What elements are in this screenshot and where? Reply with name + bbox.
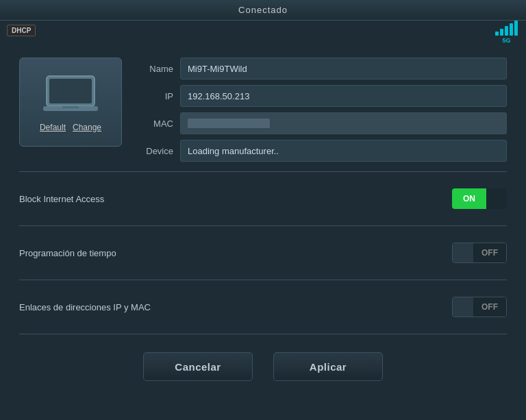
device-icon-box: Default Change — [19, 58, 122, 147]
device-actions: Default Change — [40, 123, 101, 132]
mac-row: MAC — [136, 112, 507, 134]
device-row: Device Loading manufacturer.. — [136, 140, 507, 162]
ip-row: IP 192.168.50.213 — [136, 85, 507, 107]
default-link[interactable]: Default — [40, 123, 66, 132]
toggle-row-1: Programación de tiempo OFF — [12, 236, 514, 270]
fields-grid: Name Mi9T-Mi9TWild IP 192.168.50.213 MAC… — [136, 58, 507, 162]
signal-icon-container: 5G — [495, 21, 518, 44]
toggle-label-2: Enlaces de direcciones IP y MAC — [19, 302, 151, 312]
signal-bar-5 — [514, 21, 518, 36]
mac-label: MAC — [136, 119, 173, 129]
signal-label: 5G — [502, 37, 510, 44]
device-label: Device — [136, 146, 173, 156]
change-link[interactable]: Change — [73, 123, 101, 132]
signal-bar-2 — [500, 29, 503, 36]
top-bar: Conectado — [0, 0, 526, 21]
svg-rect-1 — [49, 79, 92, 103]
toggle-off-label-1: OFF — [473, 243, 506, 262]
divider-2 — [19, 225, 507, 226]
toggle-off-label-2: OFF — [473, 297, 506, 317]
toggle-off-btn-0 — [486, 188, 507, 209]
divider-4 — [19, 334, 507, 334]
toggle-row-2: Enlaces de direcciones IP y MAC OFF — [12, 290, 514, 324]
main-panel: Default Change Name Mi9T-Mi9TWild IP 192… — [12, 21, 514, 397]
ip-value: 192.168.50.213 — [180, 85, 507, 107]
mac-value — [180, 112, 507, 134]
name-label: Name — [136, 64, 173, 74]
toggle-label-0: Block Internet Access — [19, 194, 104, 204]
divider-1 — [19, 171, 507, 172]
apply-button[interactable]: Aplicar — [273, 352, 383, 381]
toggle-on-label-0: ON — [452, 188, 486, 209]
name-row: Name Mi9T-Mi9TWild — [136, 58, 507, 79]
bottom-buttons: Cancelar Aplicar — [12, 345, 514, 388]
signal-bar-1 — [495, 32, 499, 36]
toggle-switch-0[interactable]: ON — [452, 188, 507, 209]
toggle-dot-2 — [453, 297, 473, 317]
divider-3 — [19, 280, 507, 280]
device-info-row: Default Change Name Mi9T-Mi9TWild IP 192… — [12, 58, 514, 162]
top-bar-title: Conectado — [238, 5, 288, 15]
dhcp-badge: DHCP — [7, 25, 36, 36]
ip-label: IP — [136, 91, 173, 101]
toggle-switch-1[interactable]: OFF — [452, 243, 507, 263]
laptop-icon — [40, 73, 101, 117]
toggle-label-1: Programación de tiempo — [19, 248, 116, 258]
signal-bars-icon — [495, 21, 518, 36]
signal-bar-3 — [505, 26, 508, 36]
mac-blur-bar — [188, 119, 270, 128]
signal-bar-4 — [510, 23, 513, 36]
toggle-switch-2[interactable]: OFF — [452, 297, 507, 317]
name-value: Mi9T-Mi9TWild — [180, 58, 507, 79]
toggle-row-0: Block Internet Access ON — [12, 182, 514, 216]
device-value: Loading manufacturer.. — [180, 140, 507, 162]
svg-rect-3 — [62, 106, 79, 108]
cancel-button[interactable]: Cancelar — [143, 352, 253, 381]
toggle-dot-1 — [453, 243, 473, 262]
